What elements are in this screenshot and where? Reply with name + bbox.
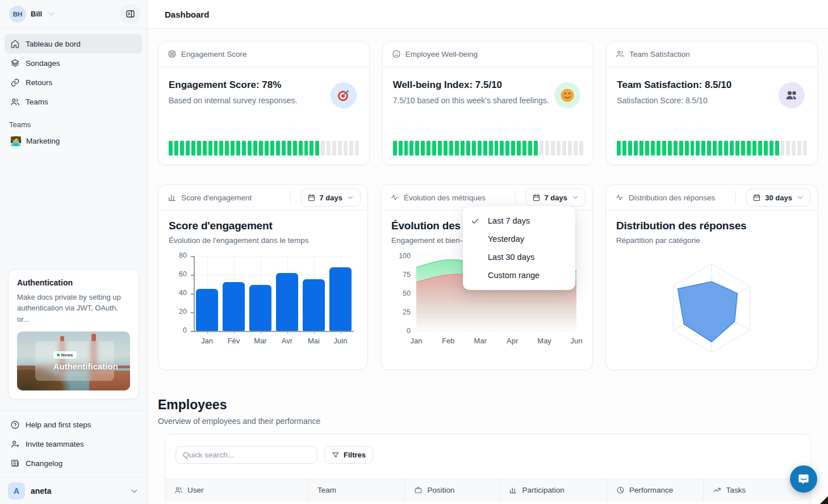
wellbeing-progress-bar bbox=[393, 141, 583, 156]
sidebar-item-label: Invite teammates bbox=[26, 440, 84, 448]
sidebar-item-label: Teams bbox=[26, 98, 48, 106]
technologist-emoji: 🧑‍💻 bbox=[10, 136, 20, 146]
chevron-down-icon bbox=[346, 194, 354, 201]
search-input[interactable] bbox=[175, 446, 317, 464]
app-window: BH Bill Tableau de bord Sondages Retours bbox=[0, 0, 828, 504]
satisfaction-progress-bar bbox=[617, 141, 807, 156]
sidebar-item-label: Changelog bbox=[26, 459, 62, 468]
sidebar-item-sondages[interactable]: Sondages bbox=[5, 53, 143, 73]
bar-chart-icon bbox=[168, 193, 177, 202]
column-header-position[interactable]: Position bbox=[404, 479, 499, 501]
sidebar-item-label: Sondages bbox=[26, 59, 60, 68]
workspace-switcher[interactable]: A aneta bbox=[0, 477, 147, 504]
authentication-promo-card[interactable]: Authentication Make docs private by sett… bbox=[8, 269, 139, 400]
card-header-label: Engagement Score bbox=[181, 50, 362, 58]
engagement-score-card: Engagement Score Engagement Score: 78% B… bbox=[158, 41, 370, 165]
divider bbox=[290, 191, 291, 204]
smiling-face-emoji bbox=[554, 82, 580, 108]
employees-title: Employees bbox=[158, 397, 818, 413]
sidebar-item-retours[interactable]: Retours bbox=[5, 73, 143, 92]
team-satisfaction-card: Team Satisfaction Team Satisfaction: 8.5… bbox=[606, 41, 818, 165]
activity-icon bbox=[390, 193, 399, 202]
card-header-label: Employee Well-being bbox=[405, 50, 587, 58]
sidebar-spacer bbox=[0, 150, 147, 269]
sidebar-item-tableau-de-bord[interactable]: Tableau de bord bbox=[5, 34, 143, 53]
range-selector-button[interactable]: 7 days bbox=[526, 188, 586, 207]
news-badge: News bbox=[53, 351, 77, 359]
promo-image[interactable]: News Authentification bbox=[17, 331, 130, 390]
trend-up-icon bbox=[713, 486, 721, 494]
sidebar-collapse-button[interactable] bbox=[120, 4, 140, 24]
user-avatar[interactable]: BH bbox=[9, 6, 26, 23]
topbar: Dashboard bbox=[148, 0, 828, 29]
sidebar-item-marketing[interactable]: 🧑‍💻 Marketing bbox=[5, 131, 143, 150]
sidebar-item-help[interactable]: Help and first steps bbox=[5, 415, 143, 434]
stat-title: Team Satisfaction: 8.5/10 bbox=[617, 79, 807, 91]
sidebar: BH Bill Tableau de bord Sondages Retours bbox=[0, 0, 148, 504]
main-area: Dashboard Engagement Score Engagement Sc… bbox=[148, 0, 828, 504]
stat-cards-row: Engagement Score Engagement Score: 78% B… bbox=[158, 41, 818, 165]
engagement-chart-card: Score d'engagement 7 days Score d'engage… bbox=[158, 184, 368, 370]
sidebar-item-teams[interactable]: Teams bbox=[5, 92, 143, 111]
card-header-label: Team Satisfaction bbox=[629, 50, 810, 58]
table-header-row: User Team Position Participation bbox=[165, 478, 810, 501]
sidebar-item-changelog[interactable]: Changelog bbox=[5, 453, 143, 473]
promo-image-title: Authentification bbox=[53, 362, 118, 371]
stat-title: Engagement Score: 78% bbox=[169, 79, 359, 91]
wellbeing-card: Employee Well-being Well-being Index: 7.… bbox=[382, 41, 594, 165]
green-dot-icon bbox=[57, 354, 60, 356]
menu-item-yesterday[interactable]: Yesterday bbox=[463, 230, 575, 248]
chart-title: Distribution des réponses bbox=[616, 220, 807, 232]
svg-text:Jan: Jan bbox=[411, 337, 423, 345]
user-name[interactable]: Bill bbox=[31, 10, 42, 18]
svg-text:50: 50 bbox=[403, 289, 411, 297]
sidebar-teams-list: 🧑‍💻 Marketing bbox=[0, 131, 147, 150]
pie-chart-icon bbox=[616, 486, 625, 494]
employees-subtitle: Overview of employees and their performa… bbox=[158, 417, 818, 426]
range-selector-button[interactable]: 7 days bbox=[301, 188, 361, 207]
stat-title: Well-being Index: 7.5/10 bbox=[393, 79, 583, 91]
mouse-cursor bbox=[820, 496, 828, 504]
menu-item-custom-range[interactable]: Custom range bbox=[463, 266, 575, 284]
promo-description: Make docs private by setting up authenti… bbox=[17, 292, 130, 325]
promo-overlay-card: News Authentification bbox=[35, 341, 114, 381]
layers-icon bbox=[10, 58, 20, 68]
chat-bubble-icon bbox=[797, 472, 810, 486]
date-range-dropdown-menu: Last 7 days Yesterday Last 30 days Custo… bbox=[463, 206, 575, 290]
sidebar-item-label: Retours bbox=[26, 78, 52, 87]
table-toolbar: Filtres bbox=[165, 434, 810, 464]
card-header-label: Score d'engagement bbox=[181, 194, 286, 202]
svg-text:May: May bbox=[537, 337, 551, 345]
column-header-team[interactable]: Team bbox=[308, 479, 404, 501]
bar-chart-icon bbox=[509, 486, 517, 494]
card-header-label: Distribution des réponses bbox=[629, 194, 731, 202]
sidebar-nav: Tableau de bord Sondages Retours Teams bbox=[0, 28, 147, 111]
chat-launcher-button[interactable] bbox=[790, 465, 817, 493]
page-title: Dashboard bbox=[165, 10, 209, 19]
responses-distribution-card: Distribution des réponses 30 days Distri… bbox=[605, 184, 818, 370]
divider bbox=[515, 191, 516, 204]
column-header-participation[interactable]: Participation bbox=[499, 479, 607, 501]
svg-text:75: 75 bbox=[403, 271, 411, 279]
user-plus-icon bbox=[10, 439, 20, 449]
employees-table-card: Filtres User Team Position bbox=[165, 434, 811, 504]
calendar-icon bbox=[752, 194, 761, 202]
employees-section: Employees Overview of employees and thei… bbox=[158, 397, 818, 504]
column-header-performance[interactable]: Performance bbox=[607, 479, 703, 501]
calendar-icon bbox=[532, 194, 541, 202]
column-header-user[interactable]: User bbox=[165, 479, 308, 501]
menu-item-last-30-days[interactable]: Last 30 days bbox=[463, 248, 575, 266]
sidebar-item-invite[interactable]: Invite teammates bbox=[5, 434, 143, 453]
busts-emoji bbox=[779, 82, 805, 108]
promo-title: Authentication bbox=[17, 278, 130, 287]
chevron-down-icon[interactable] bbox=[47, 9, 56, 19]
filters-button[interactable]: Filtres bbox=[324, 446, 373, 464]
home-icon bbox=[10, 39, 20, 49]
chevron-down-icon bbox=[129, 486, 139, 496]
range-selector-button[interactable]: 30 days bbox=[746, 188, 810, 207]
menu-item-last-7-days[interactable]: Last 7 days bbox=[463, 212, 575, 230]
divider bbox=[735, 191, 736, 204]
users-icon bbox=[174, 486, 183, 494]
check-icon bbox=[471, 217, 483, 225]
svg-text:Mar: Mar bbox=[474, 337, 487, 345]
